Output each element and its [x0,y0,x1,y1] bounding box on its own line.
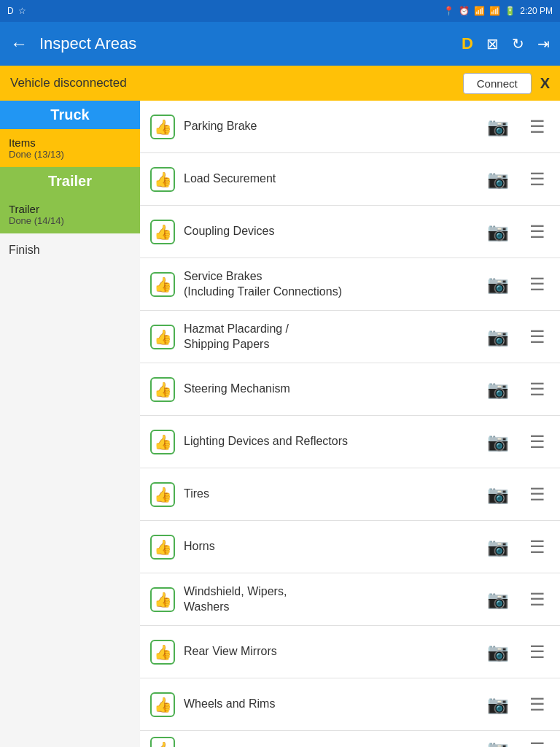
list-item: 👍 Coupling Devices 📷 ☰ [140,206,560,258]
item-name: Service Brakes(Including Trailer Connect… [176,259,487,310]
item-status-icon: 👍 [149,691,176,719]
list-item: 👍 Service Brakes(Including Trailer Conne… [140,258,560,311]
thumbsup-icon: 👍 [150,587,175,612]
notes-icon[interactable]: ☰ [529,739,545,748]
item-name: Wheels and Rims [176,686,487,722]
item-actions: 📷 ☰ [487,379,551,400]
monitor-icon[interactable]: ⊠ [486,35,499,53]
camera-icon[interactable]: 📷 [487,222,509,242]
notes-icon[interactable]: ☰ [529,484,545,505]
notes-icon[interactable]: ☰ [529,432,545,452]
thumbsup-icon: 👍 [150,482,175,507]
camera-icon[interactable]: 📷 [487,432,509,452]
item-status-icon: 👍 [149,735,176,748]
thumbsup-icon: 👍 [150,640,175,665]
item-actions: 📷 ☰ [487,274,551,295]
star-icon: ☆ [18,6,26,16]
camera-icon[interactable]: 📷 [487,484,509,505]
item-status-icon: 👍 [149,481,176,508]
camera-icon[interactable]: 📷 [487,169,509,190]
refresh-icon[interactable]: ↻ [512,35,524,53]
trailer-items-done: Done (14/14) [9,215,131,226]
thumbsup-icon: 👍 [150,737,175,748]
d-icon: D [7,6,14,16]
truck-items-done: Done (13/13) [9,149,131,160]
status-right: 📍 ⏰ 📶 📶 🔋 2:20 PM [443,6,553,16]
top-bar-actions: D ⊠ ↻ ⇥ [462,34,550,53]
trailer-header: Trailer [0,167,140,196]
top-bar: ← Inspect Areas D ⊠ ↻ ⇥ [0,22,560,66]
notes-icon[interactable]: ☰ [529,694,545,715]
sidebar-truck-items[interactable]: Items Done (13/13) [0,129,140,167]
battery-percent: 📶 [489,6,500,16]
main-layout: Truck Items Done (13/13) Trailer Trailer… [0,101,560,747]
thumbsup-icon: 👍 [150,430,175,454]
list-item: 👍 Lighting Devices and Reflectors 📷 ☰ [140,416,560,468]
thumbsup-icon: 👍 [150,535,175,560]
notes-icon[interactable]: ☰ [529,379,545,400]
camera-icon[interactable]: 📷 [487,537,509,557]
truck-header: Truck [0,101,140,129]
notes-icon[interactable]: ☰ [529,169,545,190]
item-name: Coupling Devices [176,214,487,249]
item-actions: 📷 ☰ [487,694,551,715]
camera-icon[interactable]: 📷 [487,274,509,295]
item-status-icon: 👍 [149,218,176,246]
sidebar: Truck Items Done (13/13) Trailer Trailer… [0,101,140,747]
notes-icon[interactable]: ☰ [529,537,545,557]
item-name: Steering Mechanism [176,371,487,407]
camera-icon[interactable]: 📷 [487,642,509,662]
item-status-icon: 👍 [149,323,176,351]
notes-icon[interactable]: ☰ [529,222,545,242]
notes-icon[interactable]: ☰ [529,117,545,137]
item-name: Rear View Mirrors [176,634,487,670]
list-item: 👍 Steering Mechanism 📷 ☰ [140,363,560,416]
thumbsup-icon: 👍 [150,220,175,244]
banner-actions: Connect X [463,73,550,94]
camera-icon[interactable]: 📷 [487,117,509,137]
thumbsup-icon: 👍 [150,272,175,297]
item-actions: 📷 ☰ [487,537,551,557]
item-status-icon: 👍 [149,533,176,561]
wifi-icon: 📶 [474,6,485,16]
item-status-icon: 👍 [149,166,176,193]
notes-icon[interactable]: ☰ [529,589,545,610]
thumbsup-icon: 👍 [150,167,175,192]
camera-icon[interactable]: 📷 [487,739,509,748]
location-icon: 📍 [443,6,454,16]
list-item: 👍 Windshield, Wipers,Washers 📷 ☰ [140,573,560,626]
camera-icon[interactable]: 📷 [487,694,509,715]
item-actions: 📷 ☰ [487,222,551,242]
back-button[interactable]: ← [10,34,28,54]
alarm-icon: ⏰ [459,6,470,16]
notes-icon[interactable]: ☰ [529,327,545,347]
d-action-icon[interactable]: D [462,34,473,53]
camera-icon[interactable]: 📷 [487,327,509,347]
connect-button[interactable]: Connect [463,73,532,94]
list-item: 👍 Parking Brake 📷 ☰ [140,101,560,153]
thumbsup-icon: 👍 [150,325,175,349]
item-name [176,739,487,748]
notes-icon[interactable]: ☰ [529,274,545,295]
list-item: 👍 📷 ☰ [140,731,560,747]
item-name: Hazmat Placarding /Shipping Papers [176,311,487,363]
item-actions: 📷 ☰ [487,484,551,505]
exit-icon[interactable]: ⇥ [537,35,550,53]
vehicle-banner: Vehicle disconnected Connect X [0,66,560,101]
item-status-icon: 👍 [149,586,176,614]
finish-button[interactable]: Finish [0,233,140,267]
item-status-icon: 👍 [149,113,176,141]
status-bar: D ☆ 📍 ⏰ 📶 📶 🔋 2:20 PM [0,0,560,22]
sidebar-trailer-items[interactable]: Trailer Done (14/14) [0,196,140,233]
list-item: 👍 Rear View Mirrors 📷 ☰ [140,626,560,678]
item-name: Lighting Devices and Reflectors [176,424,487,460]
item-actions: 📷 ☰ [487,169,551,190]
dismiss-button[interactable]: X [540,75,550,92]
item-actions: 📷 ☰ [487,739,551,748]
thumbsup-icon: 👍 [150,115,175,139]
camera-icon[interactable]: 📷 [487,589,509,610]
item-actions: 📷 ☰ [487,327,551,347]
notes-icon[interactable]: ☰ [529,642,545,662]
status-left: D ☆ [7,6,26,16]
camera-icon[interactable]: 📷 [487,379,509,400]
